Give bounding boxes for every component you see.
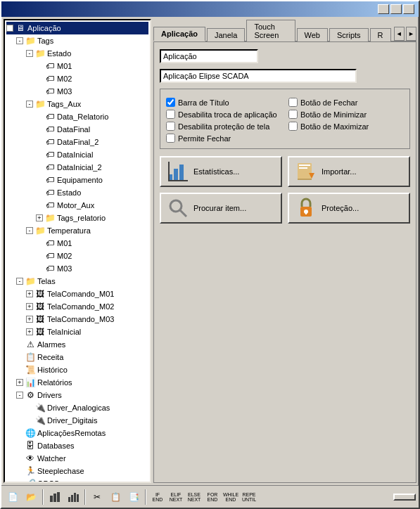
checkbox-input-4[interactable] [166,122,175,131]
tree-expand-icon[interactable]: - [26,101,33,108]
tree-item-hist-rico[interactable]: 📜Histórico [6,363,148,376]
tree-item-datafinal[interactable]: 🏷DataFinal [6,123,148,136]
tree-item-temperatura[interactable]: -📁Temperatura [6,224,148,237]
tree-item-m03[interactable]: 🏷M03 [6,85,148,98]
tree-expand-icon[interactable]: + [36,214,43,221]
tree-item-equipamento[interactable]: 🏷Equipamento [6,174,148,186]
tree-item-m02[interactable]: 🏷M02 [6,250,148,262]
tree-expand-icon[interactable]: + [26,316,33,323]
tab-content-aplicacao: Barra de TítuloBotão de FecharDesabilita… [153,42,416,483]
tree-item-estado[interactable]: 🏷Estado [6,186,148,199]
tree-item-datainicial-2[interactable]: 🏷DataInicial_2 [6,161,148,174]
tree-item-telainicial[interactable]: +🖼TelaInicial [6,326,148,338]
tree-item-relat-rios[interactable]: +📊Relatórios [6,376,148,389]
checkbox-input-1[interactable] [288,98,298,107]
svg-rect-3 [168,180,188,181]
checkbox-input-0[interactable] [166,98,175,107]
svg-rect-20 [74,493,76,502]
checkbox-input-5[interactable] [288,122,298,131]
tree-item-icon: ⚠ [25,339,36,350]
toolbar-chart1-button[interactable] [46,489,63,505]
tree-item-datainicial[interactable]: 🏷DataInicial [6,148,148,161]
tree-expand-icon[interactable]: - [16,392,23,399]
tab-touch-screen[interactable]: Touch Screen [246,20,295,41]
tab-scripts[interactable]: Scripts [329,28,369,41]
tree-expand-icon[interactable]: - [16,278,23,285]
tree-item-aplica--o[interactable]: -🖥Aplicação [6,22,148,34]
tree-item-label: Relatórios [37,378,72,387]
minimize-button[interactable] [378,4,389,14]
bottom-toolbar: 📄 📂 ✂ 📋 📑 IFEND ELIFNEXT ELSENEXT FORE [1,485,419,508]
tree-item-driver-digitais[interactable]: 🔌Driver_Digitais [6,414,148,427]
tree-expand-icon[interactable]: + [16,379,23,386]
tree-item-motor-aux[interactable]: 🏷Motor_Aux [6,199,148,212]
toolbar-cut-button[interactable]: ✂ [89,489,106,505]
tree-item-opcservers[interactable]: 🔗OPCServers [6,477,148,483]
tree-item-telacomando-m02[interactable]: +🖼TelaComando_M02 [6,300,148,313]
action-btn-icon-0 [167,160,189,183]
toolbar-repe-button[interactable]: REPEUNTIL [241,489,257,505]
tab-aplica--o[interactable]: Aplicação [153,27,205,41]
toolbar-paste-button[interactable]: 📑 [125,489,142,505]
tree-item-data-relatorio[interactable]: 🏷Data_Relatorio [6,110,148,123]
tree-item-alarmes[interactable]: ⚠Alarmes [6,338,148,351]
toolbar-copy-button[interactable]: 📋 [107,489,124,505]
tree-item-steeplechase[interactable]: 🏃Steeplechase [6,465,148,477]
tree-item-m02[interactable]: 🏷M02 [6,72,148,85]
tree-panel[interactable]: -🖥Aplicação-📁Tags-📁Estado🏷M01🏷M02🏷M03-📁T… [4,19,151,483]
tree-item-drivers[interactable]: -⚙Drivers [6,389,148,401]
action-btn-importar---[interactable]: Importar... [288,156,410,187]
checkbox-input-3[interactable] [288,110,298,119]
tree-item-databases[interactable]: 🗄Databases [6,439,148,452]
tree-expand-icon[interactable]: + [26,290,33,297]
tree-expand-icon[interactable]: - [26,227,33,234]
action-btn-procurar-item---[interactable]: Procurar item... [160,193,282,224]
checkbox-input-2[interactable] [166,110,175,119]
toolbar-elif-button[interactable]: ELIFNEXT [167,489,184,505]
maximize-button[interactable] [390,4,402,14]
toolbar-new-button[interactable]: 📄 [4,489,21,505]
tree-expand-icon[interactable]: + [26,303,33,310]
tree-item-label: Watcher [37,454,66,463]
tree-item-driver-analogicas[interactable]: 🔌Driver_Analogicas [6,401,148,414]
toolbar-if-button[interactable]: IFEND [149,489,166,505]
descricao-input[interactable] [160,69,357,83]
action-btn-prote--o---[interactable]: Proteção... [288,193,410,224]
tree-item-telas[interactable]: -📁Telas [6,275,148,288]
tab-janela[interactable]: Janela [207,28,245,41]
tab-next-button[interactable]: ► [406,27,416,41]
tree-item-aplica--esremotas[interactable]: 🌐AplicaçõesRemotas [6,427,148,439]
close-window-button[interactable] [403,4,414,14]
tree-item-tags[interactable]: -📁Tags [6,34,148,47]
tree-item-estado[interactable]: -📁Estado [6,47,148,60]
tree-item-receita[interactable]: 📋Receita [6,351,148,363]
toolbar-else-button[interactable]: ELSENEXT [186,489,203,505]
toolbar-while-button[interactable]: WHILEEND [222,489,239,505]
tab-r[interactable]: R [370,28,391,41]
tab-web[interactable]: Web [297,28,328,41]
checkbox-input-7[interactable] [166,134,175,143]
tab-prev-button[interactable]: ◄ [394,27,405,41]
tree-item-m03[interactable]: 🏷M03 [6,262,148,275]
tree-expand-icon[interactable]: - [16,37,23,44]
tree-expand-icon[interactable]: + [26,328,33,335]
toolbar-open-button[interactable]: 📂 [23,489,39,505]
tree-item-watcher[interactable]: 👁Watcher [6,452,148,465]
tree-item-icon: 📋 [25,352,36,363]
toolbar-for-button[interactable]: FOREND [204,489,221,505]
tree-item-telacomando-m01[interactable]: +🖼TelaComando_M01 [6,288,148,300]
tree-item-datafinal-2[interactable]: 🏷DataFinal_2 [6,136,148,148]
tree-item-icon: 📁 [25,276,36,287]
tree-expand-icon[interactable]: - [6,25,13,32]
action-btn-estat-sticas---[interactable]: Estatísticas... [160,156,282,187]
nome-input[interactable] [160,49,258,63]
tree-item-m01[interactable]: 🏷M01 [6,237,148,250]
tree-item-m01[interactable]: 🏷M01 [6,60,148,72]
tree-item-tags-aux[interactable]: -📁Tags_Aux [6,98,148,110]
toolbar-chart2-button[interactable] [65,489,82,505]
tree-expand-icon[interactable]: - [26,50,33,57]
tree-item-icon: 🏷 [44,149,56,160]
close-button[interactable] [393,494,416,501]
tree-item-tags-relatorio[interactable]: +📁Tags_relatorio [6,212,148,224]
tree-item-telacomando-m03[interactable]: +🖼TelaComando_M03 [6,313,148,326]
